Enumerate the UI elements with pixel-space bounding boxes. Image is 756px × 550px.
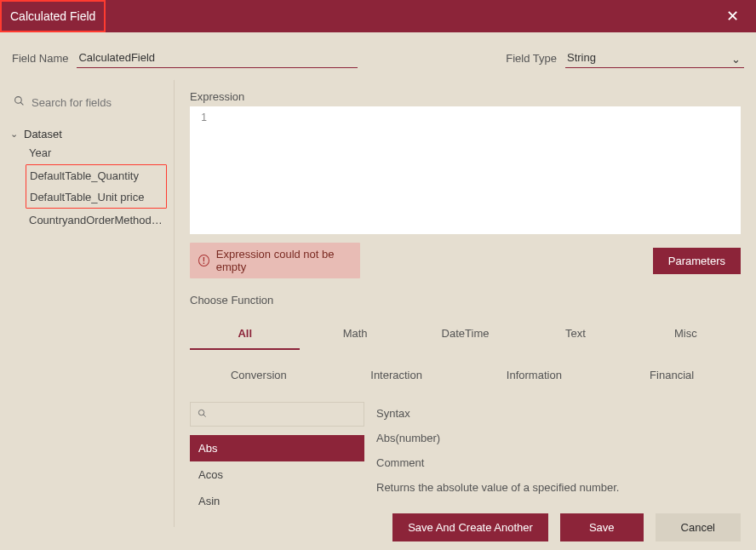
subtab-conversion[interactable]: Conversion (190, 362, 328, 388)
tab-datetime[interactable]: DateTime (410, 318, 520, 350)
chevron-down-icon: ⌄ (10, 129, 20, 140)
tree-root-dataset[interactable]: ⌄ Dataset (7, 126, 167, 142)
tree-item-country[interactable]: CountryandOrderMethodT... (26, 209, 167, 231)
save-button[interactable]: Save (560, 513, 644, 541)
tab-text[interactable]: Text (520, 318, 630, 350)
error-text: Expression could not be empty (216, 248, 352, 273)
editor-code-area[interactable] (212, 106, 741, 234)
title-bar: Calculated Field ✕ (0, 0, 756, 32)
function-list: Abs Acos Asin (190, 435, 364, 514)
tab-math[interactable]: Math (300, 318, 410, 350)
tree-root-label: Dataset (24, 128, 62, 140)
svg-point-2 (198, 410, 203, 415)
tree-highlight-box: DefaultTable_Quantity DefaultTable_Unit … (26, 164, 167, 209)
func-item-abs[interactable]: Abs (190, 435, 364, 461)
parameters-button[interactable]: Parameters (653, 248, 741, 274)
field-search-row (7, 90, 167, 114)
field-name-input[interactable] (77, 48, 358, 68)
func-item-acos[interactable]: Acos (190, 461, 364, 488)
syntax-label: Syntax (376, 407, 741, 420)
tab-all[interactable]: All (190, 318, 300, 350)
expression-label: Expression (190, 90, 741, 103)
fields-sidebar: ⌄ Dataset Year DefaultTable_Quantity Def… (0, 80, 175, 527)
subtab-information[interactable]: Information (466, 362, 604, 388)
search-icon (14, 95, 25, 109)
field-type-label: Field Type (506, 52, 557, 65)
comment-label: Comment (376, 456, 741, 469)
function-tabs: All Math DateTime Text Misc (190, 318, 741, 350)
line-number: 1 (190, 112, 207, 123)
save-and-create-button[interactable]: Save And Create Another (392, 513, 548, 541)
content-area: Expression 1 ! Expression could not be e… (175, 80, 756, 527)
choose-function-label: Choose Function (190, 294, 741, 307)
field-tree: ⌄ Dataset Year DefaultTable_Quantity Def… (7, 126, 167, 231)
subtab-interaction[interactable]: Interaction (328, 362, 466, 388)
field-header-row: Field Name Field Type String ⌄ (0, 32, 756, 80)
tree-item-quantity[interactable]: DefaultTable_Quantity (26, 165, 166, 186)
svg-line-1 (20, 102, 23, 105)
error-banner: ! Expression could not be empty (190, 243, 360, 278)
function-detail: Syntax Abs(number) Comment Returns the a… (376, 402, 741, 514)
subtab-financial[interactable]: Financial (603, 362, 741, 388)
tree-item-unit-price[interactable]: DefaultTable_Unit price (26, 186, 166, 208)
close-icon[interactable]: ✕ (719, 3, 746, 29)
tab-misc[interactable]: Misc (631, 318, 741, 350)
expression-editor[interactable]: 1 (190, 106, 741, 234)
syntax-value: Abs(number) (376, 432, 741, 444)
main-area: ⌄ Dataset Year DefaultTable_Quantity Def… (0, 80, 756, 527)
dialog-title: Calculated Field (10, 9, 95, 23)
error-icon: ! (198, 255, 209, 266)
svg-line-3 (203, 415, 206, 417)
function-search-input[interactable] (212, 409, 357, 421)
field-search-input[interactable] (32, 96, 175, 109)
field-type-select[interactable]: String (565, 48, 744, 68)
editor-gutter: 1 (190, 106, 212, 234)
tree-item-year[interactable]: Year (26, 142, 167, 163)
function-subtabs: Conversion Interaction Information Finan… (190, 362, 741, 388)
title-highlight: Calculated Field (0, 0, 106, 32)
search-icon (198, 408, 207, 421)
comment-value: Returns the absolute value of a specifie… (376, 481, 741, 494)
field-name-label: Field Name (12, 52, 68, 65)
dialog-footer: Save And Create Another Save Cancel (0, 505, 756, 550)
cancel-button[interactable]: Cancel (656, 513, 741, 541)
function-search[interactable] (190, 402, 364, 427)
svg-point-0 (15, 97, 22, 104)
